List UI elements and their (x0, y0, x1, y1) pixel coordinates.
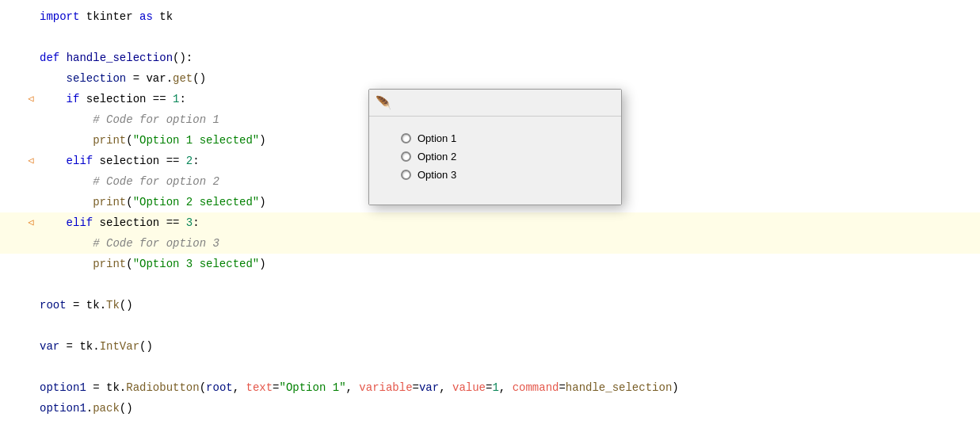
code-content: import tkinter as tk (36, 6, 967, 27)
code-content (36, 274, 967, 295)
code-content: option1 = tk.Radiobutton(root, text="Opt… (36, 377, 967, 398)
radio-button-circle (401, 170, 411, 180)
radio-label: Option 1 (418, 132, 456, 144)
close-button[interactable] (591, 94, 615, 112)
code-content: root = tk.Tk() (36, 295, 967, 316)
code-content (36, 316, 967, 336)
code-content: var = tk.IntVar() (36, 336, 967, 357)
code-content: selection = var.get() (36, 68, 967, 89)
radio-button-circle (401, 151, 411, 162)
tk-window: 🪶 Option 1Option 2Option 3 (368, 89, 622, 205)
code-content (36, 357, 967, 377)
minimize-button[interactable] (540, 94, 564, 112)
code-content: elif selection == 3: (36, 212, 967, 233)
tk-feather-icon: 🪶 (376, 95, 391, 111)
code-line: # Code for option 3 (0, 233, 980, 254)
code-line (0, 316, 980, 336)
code-line: import tkinter as tk (0, 6, 980, 27)
radio-button-circle (401, 133, 411, 143)
tk-titlebar: 🪶 (369, 90, 621, 117)
radio-label: Option 3 (418, 169, 456, 181)
code-line: def handle_selection(): (0, 48, 980, 68)
tk-window-controls (540, 94, 615, 112)
code-content (36, 27, 967, 48)
code-editor: import tkinter as tk def handle_selectio… (0, 0, 980, 436)
tk-body: Option 1Option 2Option 3 (369, 117, 621, 205)
code-content: def handle_selection(): (36, 48, 967, 68)
tk-title-left: 🪶 (376, 95, 396, 111)
code-line: option1.pack() (0, 398, 980, 419)
code-line: selection = var.get() (0, 68, 980, 89)
code-line (0, 274, 980, 295)
code-line: option1 = tk.Radiobutton(root, text="Opt… (0, 377, 980, 398)
breakpoint-arrow: ◁ (25, 89, 36, 109)
radio-item[interactable]: Option 3 (401, 169, 597, 181)
breakpoint-arrow: ◁ (25, 212, 36, 233)
radio-item[interactable]: Option 2 (401, 151, 597, 163)
code-line (0, 27, 980, 48)
code-content: option1.pack() (36, 398, 967, 419)
code-content: print("Option 3 selected") (36, 254, 967, 274)
breakpoint-arrow: ◁ (25, 151, 36, 171)
code-line: var = tk.IntVar() (0, 336, 980, 357)
code-line: ◁ elif selection == 3: (0, 212, 980, 233)
maximize-button[interactable] (566, 94, 589, 112)
code-line: print("Option 3 selected") (0, 254, 980, 274)
code-line: root = tk.Tk() (0, 295, 980, 316)
radio-group: Option 1Option 2Option 3 (401, 132, 597, 181)
radio-item[interactable]: Option 1 (401, 132, 597, 144)
code-line (0, 357, 980, 377)
radio-label: Option 2 (418, 151, 456, 163)
code-content: # Code for option 3 (36, 233, 967, 254)
